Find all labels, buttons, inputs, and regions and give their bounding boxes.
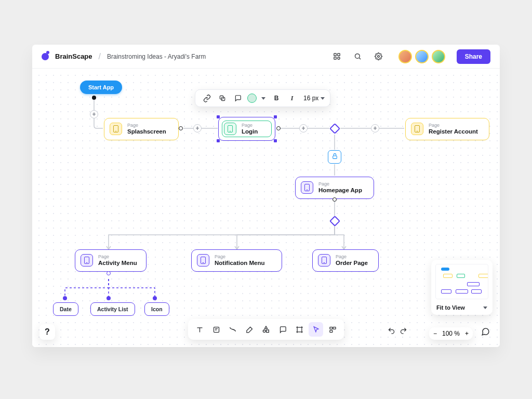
font-size-select[interactable]: 16 px — [303, 95, 325, 102]
svg-rect-0 — [334, 54, 336, 56]
svg-rect-1 — [338, 54, 340, 56]
node-title: Notification Menu — [215, 260, 264, 267]
tool-frame[interactable] — [292, 322, 307, 337]
node-leaf-icon[interactable]: Icon — [144, 302, 169, 316]
svg-rect-13 — [329, 327, 332, 329]
tool-comment[interactable] — [275, 322, 290, 337]
node-title: Splashscreen — [127, 128, 166, 136]
node-splashscreen[interactable]: Page Splashscreen — [104, 118, 179, 140]
port-icon — [92, 96, 96, 100]
svg-point-10 — [263, 330, 265, 332]
selection-handle-icon[interactable] — [274, 139, 277, 142]
svg-rect-6 — [332, 156, 337, 158]
node-order[interactable]: Page Order Page — [312, 249, 379, 272]
comment-icon[interactable] — [232, 92, 244, 104]
italic-button[interactable]: I — [286, 92, 298, 104]
svg-rect-11 — [267, 330, 269, 332]
history-controls — [388, 327, 407, 337]
node-label: Icon — [151, 306, 163, 312]
search-icon[interactable] — [351, 49, 365, 64]
fit-to-view-button[interactable]: Fit to View — [435, 303, 488, 312]
port-icon — [107, 271, 111, 275]
tool-pointer[interactable] — [309, 322, 323, 337]
node-register[interactable]: Page Register Account — [405, 118, 489, 140]
node-login[interactable]: Page Login — [218, 117, 275, 141]
tool-pen[interactable] — [242, 322, 257, 337]
settings-icon[interactable] — [371, 49, 386, 64]
page-icon — [224, 123, 236, 135]
undo-button[interactable] — [388, 327, 395, 337]
node-title: Activity Menu — [98, 260, 137, 267]
page-icon — [81, 254, 93, 267]
document-title[interactable]: Brainstroming Ideas - Aryadi's Farm — [107, 53, 206, 60]
fit-label: Fit to View — [436, 304, 465, 311]
tool-text[interactable] — [192, 322, 207, 337]
help-button[interactable]: ? — [39, 324, 55, 340]
page-icon — [318, 254, 330, 267]
svg-rect-15 — [329, 330, 332, 332]
tool-note[interactable] — [209, 322, 223, 337]
gateway-diamond-icon[interactable] — [329, 123, 340, 134]
node-activity[interactable]: Page Activity Menu — [75, 249, 147, 272]
add-node-button[interactable]: + — [299, 124, 308, 132]
gateway-diamond-icon[interactable] — [329, 216, 340, 227]
avatar[interactable] — [398, 50, 412, 63]
copy-icon[interactable] — [216, 92, 229, 104]
color-swatch[interactable] — [247, 94, 257, 103]
pin-icon — [63, 296, 67, 300]
add-node-button[interactable]: + — [193, 124, 202, 132]
node-kicker: Page — [318, 181, 362, 187]
lock-node[interactable] — [328, 150, 341, 164]
selection-handle-icon[interactable] — [274, 115, 277, 118]
zoom-controls: − 100 % + — [429, 327, 473, 340]
minimap[interactable]: Fit to View — [431, 260, 493, 315]
tool-shapes[interactable] — [259, 322, 273, 337]
node-leaf-date[interactable]: Date — [53, 302, 78, 316]
tool-connector[interactable] — [225, 322, 240, 337]
avatar[interactable] — [432, 50, 445, 63]
bottom-toolbar — [188, 319, 344, 340]
avatar[interactable] — [415, 50, 429, 63]
bold-button[interactable]: B — [270, 92, 283, 104]
node-leaf-activitylist[interactable]: Activity List — [90, 302, 135, 316]
add-node-button[interactable]: + — [371, 124, 379, 132]
port-icon — [332, 197, 337, 202]
node-homepage[interactable]: Page Homepage App — [295, 177, 374, 199]
svg-rect-12 — [297, 327, 302, 332]
share-button[interactable]: Share — [457, 49, 490, 64]
context-toolbar: B I 16 px — [195, 89, 330, 107]
node-label: Start App — [88, 84, 114, 90]
svg-point-5 — [378, 56, 380, 58]
chevron-down-icon[interactable] — [260, 92, 267, 104]
apps-icon[interactable] — [330, 49, 344, 64]
chevron-down-icon — [483, 307, 487, 309]
node-label: Activity List — [97, 306, 128, 312]
comments-panel-button[interactable] — [478, 324, 493, 339]
pin-icon — [107, 296, 111, 300]
link-icon[interactable] — [201, 92, 213, 104]
page-icon — [411, 123, 423, 135]
font-size-label: 16 px — [303, 95, 318, 102]
node-notification[interactable]: Page Notification Menu — [191, 249, 282, 272]
redo-button[interactable] — [400, 327, 407, 337]
tool-components[interactable] — [325, 322, 340, 337]
top-bar: BrainScape / Brainstroming Ideas - Aryad… — [32, 45, 500, 69]
node-start[interactable]: Start App — [80, 81, 122, 94]
svg-rect-14 — [333, 327, 336, 329]
port-icon — [179, 126, 183, 130]
zoom-out-button[interactable]: − — [433, 330, 437, 337]
zoom-value: 100 % — [442, 330, 460, 337]
node-kicker: Page — [98, 254, 137, 260]
selection-handle-icon[interactable] — [217, 115, 220, 118]
brand-name: BrainScape — [55, 52, 92, 60]
minimap-canvas[interactable] — [435, 264, 488, 299]
add-node-button[interactable]: + — [90, 110, 98, 118]
page-icon — [301, 181, 313, 194]
page-icon — [197, 254, 209, 267]
port-icon — [276, 126, 281, 130]
selection-handle-icon[interactable] — [217, 139, 220, 142]
canvas[interactable]: Start App + Page Splashscreen + Page Log… — [32, 69, 500, 347]
zoom-in-button[interactable]: + — [465, 330, 469, 337]
svg-point-4 — [355, 54, 360, 59]
help-icon: ? — [45, 327, 50, 337]
